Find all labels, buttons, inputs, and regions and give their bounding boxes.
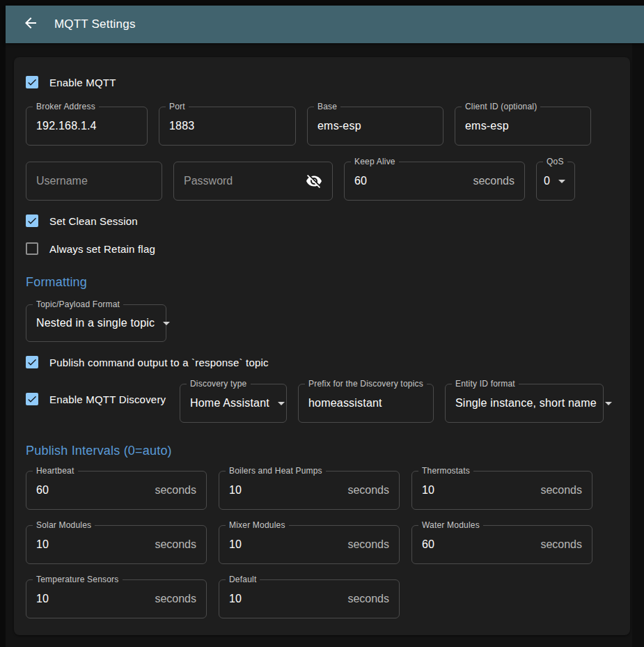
username-field[interactable]: Username	[26, 162, 162, 201]
intervals-row-2: Solar Modules 10 seconds Mixer Modules 1…	[26, 525, 618, 564]
water-modules-label: Water Modules	[418, 520, 483, 530]
base-value: ems-esp	[317, 120, 361, 132]
water-modules-value: 60	[422, 538, 434, 551]
heartbeat-field[interactable]: Heartbeat 60 seconds	[26, 471, 207, 510]
solar-modules-value: 10	[36, 538, 49, 551]
qos-label: QoS	[543, 157, 567, 166]
seconds-suffix: seconds	[540, 484, 582, 497]
seconds-suffix: seconds	[155, 593, 196, 605]
checkbox-checked-icon[interactable]	[26, 393, 38, 405]
qos-select[interactable]: QoS 0	[536, 162, 575, 201]
default-interval-field[interactable]: Default 10 seconds	[219, 579, 400, 618]
seconds-suffix: seconds	[347, 484, 389, 497]
clean-session-checkbox[interactable]: Set Clean Session	[26, 214, 618, 228]
intervals-row-3: Temperature Sensors 10 seconds Default 1…	[26, 579, 618, 618]
dropdown-arrow-icon	[605, 402, 612, 405]
port-value: 1883	[169, 120, 194, 132]
publish-response-checkbox[interactable]: Publish command output to a `response` t…	[26, 355, 618, 369]
broker-row: Broker Address 192.168.1.4 Port 1883 Bas…	[26, 107, 618, 146]
temperature-sensors-label: Temperature Sensors	[33, 575, 123, 584]
mqtt-discovery-label: Enable MQTT Discovery	[49, 393, 166, 405]
default-interval-value: 10	[229, 593, 242, 605]
base-label: Base	[314, 102, 340, 111]
mixer-modules-value: 10	[229, 538, 242, 551]
discovery-type-select[interactable]: Discovery type Home Assistant	[180, 384, 287, 423]
scrollbar[interactable]	[632, 43, 644, 647]
intervals-row-1: Heartbeat 60 seconds Boilers and Heat Pu…	[26, 471, 618, 510]
thermostats-value: 10	[422, 484, 434, 497]
entity-format-value: Single instance, short name	[455, 397, 597, 410]
port-field[interactable]: Port 1883	[159, 107, 296, 146]
discovery-type-value: Home Assistant	[190, 397, 269, 410]
password-placeholder: Password	[184, 175, 233, 187]
app-bar: MQTT Settings	[6, 6, 644, 43]
client-id-label: Client ID (optional)	[462, 102, 540, 111]
topic-format-select[interactable]: Topic/Payload Format Nested in a single …	[26, 304, 166, 342]
qos-value: 0	[544, 175, 550, 187]
client-id-field[interactable]: Client ID (optional) ems-esp	[455, 107, 591, 146]
checkbox-checked-icon[interactable]	[26, 356, 38, 368]
visibility-off-icon[interactable]	[306, 173, 322, 189]
broker-address-value: 192.168.1.4	[36, 120, 97, 132]
publish-response-label: Publish command output to a `response` t…	[49, 357, 269, 368]
seconds-suffix: seconds	[155, 538, 196, 551]
boilers-field[interactable]: Boilers and Heat Pumps 10 seconds	[219, 471, 400, 510]
username-placeholder: Username	[36, 175, 88, 187]
default-interval-label: Default	[226, 575, 260, 584]
mixer-modules-label: Mixer Modules	[226, 520, 289, 530]
heartbeat-value: 60	[36, 484, 49, 497]
page-title: MQTT Settings	[54, 17, 136, 31]
solar-modules-label: Solar Modules	[33, 520, 95, 530]
retain-flag-label: Always set Retain flag	[49, 243, 155, 255]
dropdown-arrow-icon	[278, 402, 285, 405]
boilers-label: Boilers and Heat Pumps	[226, 466, 326, 476]
retain-flag-checkbox[interactable]: Always set Retain flag	[26, 242, 618, 256]
discovery-prefix-label: Prefix for the Discovery topics	[305, 379, 427, 389]
password-field[interactable]: Password	[173, 162, 333, 201]
dropdown-arrow-icon	[163, 322, 170, 325]
arrow-left-icon	[22, 15, 39, 34]
discovery-row: Enable MQTT Discovery Discovery type Hom…	[26, 384, 618, 423]
clean-session-label: Set Clean Session	[49, 215, 138, 227]
mqtt-discovery-checkbox[interactable]: Enable MQTT Discovery	[26, 392, 180, 406]
discovery-prefix-field[interactable]: Prefix for the Discovery topics homeassi…	[298, 384, 434, 423]
formatting-heading: Formatting	[26, 275, 618, 290]
client-id-value: ems-esp	[465, 120, 509, 132]
seconds-suffix: seconds	[155, 484, 196, 497]
topic-format-row: Topic/Payload Format Nested in a single …	[26, 304, 618, 342]
entity-format-select[interactable]: Entity ID format Single instance, short …	[445, 384, 604, 423]
mixer-modules-field[interactable]: Mixer Modules 10 seconds	[219, 525, 400, 564]
seconds-suffix: seconds	[347, 538, 389, 551]
thermostats-field[interactable]: Thermostats 10 seconds	[411, 471, 592, 510]
settings-card: Enable MQTT Broker Address 192.168.1.4 P…	[14, 57, 630, 635]
topic-format-value: Nested in a single topic	[36, 317, 155, 329]
temperature-sensors-field[interactable]: Temperature Sensors 10 seconds	[26, 579, 207, 618]
port-label: Port	[166, 102, 189, 111]
seconds-suffix: seconds	[347, 593, 389, 605]
broker-address-field[interactable]: Broker Address 192.168.1.4	[26, 107, 148, 146]
seconds-suffix: seconds	[540, 538, 582, 551]
checkbox-unchecked-icon[interactable]	[26, 242, 38, 255]
water-modules-field[interactable]: Water Modules 60 seconds	[411, 525, 592, 564]
keep-alive-suffix: seconds	[473, 175, 515, 187]
boilers-value: 10	[229, 484, 242, 497]
base-field[interactable]: Base ems-esp	[307, 107, 443, 146]
enable-mqtt-checkbox[interactable]: Enable MQTT	[26, 75, 618, 89]
app-window: MQTT Settings Enable MQTT Broker Address…	[6, 6, 644, 647]
back-button[interactable]	[17, 10, 45, 38]
entity-format-label: Entity ID format	[452, 379, 519, 389]
solar-modules-field[interactable]: Solar Modules 10 seconds	[26, 525, 207, 564]
heartbeat-label: Heartbeat	[33, 466, 78, 476]
broker-address-label: Broker Address	[33, 102, 99, 111]
keep-alive-field[interactable]: Keep Alive 60 seconds	[344, 162, 525, 201]
credentials-row: Username Password Keep Alive 60 seconds …	[26, 162, 618, 201]
dropdown-arrow-icon	[558, 180, 565, 183]
keep-alive-label: Keep Alive	[351, 157, 399, 166]
enable-mqtt-label: Enable MQTT	[49, 77, 116, 88]
keep-alive-value: 60	[354, 175, 367, 187]
discovery-fields: Discovery type Home Assistant Prefix for…	[180, 384, 604, 423]
discovery-prefix-value: homeassistant	[308, 397, 382, 410]
checkbox-checked-icon[interactable]	[26, 76, 38, 88]
checkbox-checked-icon[interactable]	[26, 215, 38, 227]
publish-intervals-heading: Publish Intervals (0=auto)	[26, 444, 618, 459]
